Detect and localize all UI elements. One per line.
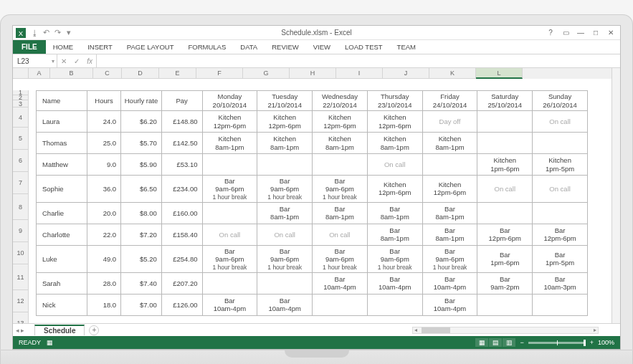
cell-shift[interactable] bbox=[257, 272, 313, 294]
tab-load-test[interactable]: LOAD TEST bbox=[338, 40, 390, 54]
hscroll-right-icon[interactable]: ▸ bbox=[592, 327, 598, 333]
sheet-next-icon[interactable]: ▸ bbox=[21, 327, 24, 334]
cell-shift[interactable]: Bar9am-6pm1 hour break bbox=[257, 176, 313, 203]
cell-shift[interactable] bbox=[477, 202, 533, 224]
cell-hours[interactable]: 49.0 bbox=[87, 245, 120, 272]
cell-shift[interactable]: On call bbox=[313, 224, 368, 245]
cell-hours[interactable]: 22.0 bbox=[87, 224, 120, 245]
cell-pay[interactable]: £207.20 bbox=[161, 272, 202, 294]
cancel-icon[interactable]: ✕ bbox=[61, 57, 67, 65]
cell-shift[interactable]: Bar9am-6pm1 hour break bbox=[202, 176, 257, 203]
cell-hours[interactable]: 28.0 bbox=[87, 272, 120, 294]
cell-shift[interactable]: Bar10am-4pm bbox=[422, 272, 477, 294]
sheet-tab-schedule[interactable]: Schedule bbox=[34, 325, 85, 335]
cell-shift[interactable]: On call bbox=[257, 224, 313, 245]
cell-shift[interactable] bbox=[422, 154, 477, 176]
cell-hours[interactable]: 20.0 bbox=[87, 202, 120, 224]
cell-shift[interactable]: Bar10am-4pm bbox=[313, 272, 368, 294]
cell-rate[interactable]: $5.20 bbox=[121, 245, 162, 272]
maximize-button[interactable]: □ bbox=[589, 28, 602, 38]
cell-shift[interactable]: Bar9am-6pm1 hour break bbox=[422, 245, 477, 272]
cell-shift[interactable]: Bar10am-4pm bbox=[202, 294, 257, 315]
cell-shift[interactable] bbox=[367, 294, 422, 315]
col-header-E[interactable]: E bbox=[159, 68, 196, 79]
cell-rate[interactable]: $7.40 bbox=[121, 272, 162, 294]
cell-rate[interactable]: $5.70 bbox=[121, 133, 162, 154]
th-day-3[interactable]: Thursday23/10/2014 bbox=[367, 91, 422, 111]
row-header-11[interactable]: 11 bbox=[13, 264, 29, 290]
cell-pay[interactable]: £160.00 bbox=[161, 202, 202, 224]
cell-rate[interactable]: $8.00 bbox=[121, 202, 162, 224]
page-break-view-icon[interactable]: ▥ bbox=[503, 338, 515, 347]
th-rate[interactable]: Hourly rate bbox=[121, 91, 162, 111]
cell-pay[interactable]: £148.80 bbox=[161, 111, 202, 133]
cell-shift[interactable] bbox=[313, 154, 368, 176]
close-button[interactable]: ✕ bbox=[604, 28, 617, 38]
ribbon-toggle-button[interactable]: ▭ bbox=[559, 28, 572, 38]
cell-shift[interactable]: Bar8am-1pm bbox=[367, 224, 422, 245]
col-header-H[interactable]: H bbox=[290, 68, 336, 79]
tab-formulas[interactable]: FORMULAS bbox=[181, 40, 233, 54]
cell-shift[interactable] bbox=[313, 294, 368, 315]
tab-view[interactable]: VIEW bbox=[306, 40, 338, 54]
cell-shift[interactable]: Bar10am-4pm bbox=[257, 294, 313, 315]
hscroll-thumb[interactable] bbox=[422, 327, 450, 333]
tab-home[interactable]: HOME bbox=[46, 40, 81, 54]
cell-shift[interactable]: Bar8am-1pm bbox=[367, 202, 422, 224]
th-pay[interactable]: Pay bbox=[161, 91, 202, 111]
cell-shift[interactable]: Kitchen12pm-6pm bbox=[367, 176, 422, 203]
cell-shift[interactable]: Day off bbox=[422, 111, 477, 133]
cell-shift[interactable]: Bar9am-6pm1 hour break bbox=[313, 245, 368, 272]
cell-rate[interactable]: $5.90 bbox=[121, 154, 162, 176]
col-header-G[interactable]: G bbox=[243, 68, 290, 79]
cell-rate[interactable]: $6.50 bbox=[121, 176, 162, 203]
cell-pay[interactable]: £234.00 bbox=[161, 176, 202, 203]
th-day-5[interactable]: Saturday25/10/2014 bbox=[477, 91, 533, 111]
cell-shift[interactable]: Kitchen8am-1pm bbox=[313, 133, 368, 154]
cell-shift[interactable]: Bar9am-6pm1 hour break bbox=[202, 245, 257, 272]
row-header-5[interactable]: 5 bbox=[13, 128, 29, 150]
vertical-scrollbar[interactable] bbox=[611, 68, 620, 323]
zoom-level[interactable]: 100% bbox=[598, 339, 614, 346]
col-header-C[interactable]: C bbox=[93, 68, 122, 79]
cell-shift[interactable]: Kitchen8am-1pm bbox=[422, 133, 477, 154]
cell-shift[interactable]: Bar10am-4pm bbox=[422, 294, 477, 315]
tab-review[interactable]: REVIEW bbox=[265, 40, 305, 54]
cell-shift[interactable] bbox=[533, 294, 588, 315]
zoom-in-button[interactable]: + bbox=[590, 339, 594, 346]
cell-shift[interactable] bbox=[202, 272, 257, 294]
cell-shift[interactable]: On call bbox=[533, 176, 588, 203]
cell-shift[interactable]: Bar12pm-6pm bbox=[533, 224, 588, 245]
col-header-L[interactable]: L bbox=[476, 68, 523, 79]
row-header-12[interactable]: 12 bbox=[13, 290, 29, 312]
normal-view-icon[interactable]: ▦ bbox=[475, 338, 488, 347]
enter-icon[interactable]: ✓ bbox=[74, 57, 80, 65]
cell-shift[interactable]: Bar12pm-6pm bbox=[477, 224, 533, 245]
cell-pay[interactable]: £53.10 bbox=[161, 154, 202, 176]
save-icon[interactable]: ⭳ bbox=[29, 27, 40, 39]
col-header-I[interactable]: I bbox=[336, 68, 383, 79]
cell-shift[interactable]: On call bbox=[477, 176, 533, 203]
cell-shift[interactable]: Kitchen8am-1pm bbox=[257, 133, 313, 154]
col-header-J[interactable]: J bbox=[383, 68, 429, 79]
undo-icon[interactable]: ↶ bbox=[40, 27, 52, 39]
cell-shift[interactable]: Kitchen8am-1pm bbox=[367, 133, 422, 154]
minimize-button[interactable]: — bbox=[574, 28, 587, 38]
row-header-7[interactable]: 7 bbox=[13, 172, 29, 194]
cell-name[interactable]: Charlie bbox=[37, 202, 87, 224]
tab-insert[interactable]: INSERT bbox=[80, 40, 120, 54]
cell-name[interactable]: Charlotte bbox=[37, 224, 87, 245]
col-header-F[interactable]: F bbox=[196, 68, 243, 79]
hscroll-left-icon[interactable]: ◂ bbox=[413, 327, 419, 333]
cell-rate[interactable]: $7.00 bbox=[121, 294, 162, 315]
cell-hours[interactable]: 25.0 bbox=[87, 133, 120, 154]
th-name[interactable]: Name bbox=[37, 91, 87, 111]
col-header-K[interactable]: K bbox=[429, 68, 476, 79]
th-day-1[interactable]: Tuesday21/10/2014 bbox=[257, 91, 313, 111]
cell-shift[interactable] bbox=[477, 133, 533, 154]
zoom-slider[interactable] bbox=[528, 342, 586, 344]
cell-shift[interactable]: Kitchen1pm-5pm bbox=[533, 154, 588, 176]
row-header-3[interactable]: 3 bbox=[13, 100, 29, 107]
cell-shift[interactable]: Bar8am-1pm bbox=[422, 202, 477, 224]
cell-shift[interactable]: Kitchen12pm-6pm bbox=[367, 111, 422, 133]
